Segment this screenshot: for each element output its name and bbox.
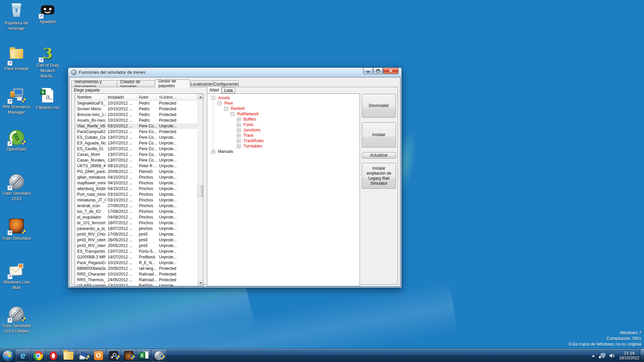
expand-box-icon[interactable]: + bbox=[237, 144, 240, 148]
taskbar-button-internet-explorer[interactable]: e bbox=[16, 350, 30, 362]
desktop-icon-folder[interactable]: Para Instalar bbox=[1, 46, 32, 71]
start-button[interactable] bbox=[2, 349, 14, 362]
tree-item-buffers[interactable]: +Buffers bbox=[237, 117, 257, 122]
table-row[interactable]: BB66000beta3a20/05/2012 ...rail-lang...P… bbox=[75, 266, 197, 272]
list-scrollbar[interactable] bbox=[197, 94, 203, 286]
close-button[interactable] bbox=[383, 68, 398, 74]
package-list[interactable]: NombreInstaladoAutor<Licenc... Segnaleti… bbox=[75, 94, 203, 286]
list-header[interactable]: NombreInstaladoAutor<Licenc... bbox=[75, 94, 197, 101]
desktop-icon-recycle[interactable]: Papelera de reciclaje bbox=[1, 2, 32, 31]
tree-item-fonts[interactable]: +Fonts bbox=[237, 122, 254, 127]
volume-icon[interactable] bbox=[609, 353, 615, 358]
desktop-icon-ts2013u[interactable]: Train Simulator 2013 Utilities bbox=[1, 306, 32, 334]
table-row[interactable]: qilian_miniatura04/10/2012 ...PinchosUnp… bbox=[75, 175, 197, 180]
table-row[interactable]: pml3_RIV_citernes20/05/2012 ...pml3Unpro… bbox=[75, 243, 197, 249]
collapse-box-icon[interactable]: − bbox=[211, 96, 215, 100]
refresh-button[interactable]: Actualizar bbox=[362, 152, 396, 159]
tab-creador-de-paquetes[interactable]: Creador de paquetes bbox=[117, 80, 155, 87]
tree-item-manuals[interactable]: +Manuals bbox=[211, 149, 234, 154]
table-row[interactable]: US KBS contain...13/10/2012 ...RailSim..… bbox=[75, 283, 197, 286]
table-row[interactable]: miniaturas_JT_6703/10/2012 ...PinchosUnp… bbox=[75, 197, 197, 203]
desktop-icon-xpadder[interactable]: Xpadder bbox=[32, 2, 63, 24]
desktop-icon-csv[interactable]: Xa,Faltante.csv bbox=[32, 87, 63, 110]
collapse-box-icon[interactable]: − bbox=[224, 107, 228, 111]
scroll-up-button[interactable] bbox=[198, 94, 203, 100]
table-row[interactable]: Casas_Mont13/07/2012 ...Pere Co...Unprot… bbox=[75, 152, 197, 158]
taskbar-button-excel[interactable]: X bbox=[137, 350, 151, 362]
column-header-autor[interactable]: Autor bbox=[137, 94, 157, 101]
expand-box-icon[interactable]: + bbox=[237, 134, 240, 137]
collapse-box-icon[interactable]: − bbox=[218, 102, 221, 105]
desktop-icon-ts[interactable]: Train Simulator bbox=[1, 218, 32, 241]
table-row[interactable]: ES_Casilla_0113/07/2012 ...Pere Co...Unp… bbox=[75, 146, 197, 152]
tree-item-junctions[interactable]: +Junctions bbox=[237, 127, 261, 133]
uninstall-button[interactable]: Desinstalar bbox=[362, 94, 396, 118]
table-row[interactable]: PG_DMH_pack120/05/2012 ...PierreGUnprote… bbox=[75, 169, 197, 175]
tab-herramientas-y-documentos[interactable]: Herramientas y documentos bbox=[71, 80, 117, 87]
install-button[interactable]: Instalar bbox=[362, 122, 396, 147]
tree-item-railnetwork[interactable]: −RailNetwork bbox=[230, 111, 260, 117]
scroll-down-button[interactable] bbox=[198, 280, 203, 286]
taskbar-button-train-simulator-2013[interactable] bbox=[152, 350, 166, 362]
column-header-nombre[interactable]: Nombre bbox=[75, 94, 106, 101]
table-row[interactable]: paseando_a_la_f...16/07/2012 ...pinchosU… bbox=[75, 226, 197, 232]
table-row[interactable]: altenburg_Klobitz...04/10/2012 ...Pincho… bbox=[75, 186, 197, 192]
show-desktop-button[interactable] bbox=[640, 349, 644, 362]
taskbar-button-windows-explorer[interactable] bbox=[61, 350, 75, 362]
desktop-icon-openrails[interactable]: OpenRails bbox=[1, 129, 32, 152]
tree-item-renfeiii[interactable]: −RenfeIII bbox=[224, 106, 246, 111]
expand-box-icon[interactable]: + bbox=[237, 128, 240, 132]
table-row[interactable]: pml3_RIV_citem...26/05/2012 ...pml3Unpro… bbox=[75, 237, 197, 243]
titlebar[interactable]: Funciones del simulador de trenes bbox=[68, 68, 401, 77]
table-row[interactable]: ES_Aguada_Nor...13/07/2012 ...Pere Co...… bbox=[75, 140, 197, 146]
table-row[interactable]: ES_Cubato_Cas...13/07/2012 ...Pere Co...… bbox=[75, 135, 197, 140]
table-row[interactable]: RRS_Characters...10/10/2012 ...Railroad.… bbox=[75, 272, 197, 277]
taskbar-button-outlook[interactable]: O bbox=[92, 350, 105, 362]
collapse-box-icon[interactable]: − bbox=[230, 112, 234, 116]
taskbar-button-opera[interactable] bbox=[46, 350, 60, 362]
scrollbar-thumb[interactable] bbox=[198, 186, 203, 197]
table-row[interactable]: PackCampsa52A...13/07/2012 ...Pere Co...… bbox=[75, 129, 197, 135]
tab-arbol[interactable]: Árbol bbox=[207, 86, 221, 94]
table-row[interactable]: Port_road_miniat...03/10/2012 ...Pinchos… bbox=[75, 192, 197, 197]
table-row[interactable]: el_esquilador04/08/2012 ...PinchosUnprot… bbox=[75, 215, 197, 220]
tree-item-trackrules[interactable]: +TrackRules bbox=[237, 138, 264, 143]
desktop-icon-cod[interactable]: 3Call of Duty Modern Warfa... bbox=[32, 46, 63, 79]
maximize-button[interactable] bbox=[373, 68, 383, 74]
table-row[interactable]: ES_Transportin_v113/07/2012 ...Portu-S..… bbox=[75, 249, 197, 254]
column-header-licenc[interactable]: <Licenc... bbox=[157, 94, 177, 101]
table-row[interactable]: los_7_de_ICI17/08/2012 ...PinchosUnprote… bbox=[75, 209, 197, 215]
table-row[interactable]: Brescia-Iseo_1.010/10/2012 ...PedroProte… bbox=[75, 112, 197, 118]
taskbar-button-google-chrome[interactable] bbox=[31, 350, 45, 362]
tree-item-turntables[interactable]: +Turntables bbox=[237, 143, 263, 149]
show-hidden-icons-button[interactable] bbox=[591, 354, 595, 357]
taskbar-button-railworks-app[interactable] bbox=[122, 350, 136, 362]
desktop-icon-mail[interactable]: Windows Live Mail bbox=[1, 262, 32, 290]
network-icon[interactable] bbox=[599, 353, 606, 359]
desktop-icon-ts2013[interactable]: Train Simulator 2013 bbox=[1, 174, 32, 201]
desktop-icon-rw[interactable]: RW Scenarios Manager bbox=[1, 87, 32, 115]
taskbar-button-installer-tool[interactable] bbox=[76, 350, 90, 362]
tab-gestor-de-paquetes[interactable]: Gestor de paquetes bbox=[155, 79, 190, 87]
table-row[interactable]: Screen Menù10/10/2012 ...PedroProtected bbox=[75, 106, 197, 112]
tab-lista[interactable]: Lista bbox=[222, 87, 235, 94]
table-row[interactable]: br_101_ferrosim16/07/2012 ...PinchosUnpr… bbox=[75, 220, 197, 226]
table-row[interactable]: UKTS_26958_Ki...09/10/2012 ...Peter R ..… bbox=[75, 163, 197, 169]
table-row[interactable]: Assets_Bs-Iseo_...10/10/2012 ...PedroPro… bbox=[75, 118, 197, 123]
table-row[interactable]: testtrak_icon27/09/2012 ...PinchosUnprot… bbox=[75, 203, 197, 209]
table-row[interactable]: Casas_Rurales_213/07/2012 ...Pere Co...U… bbox=[75, 158, 197, 163]
table-row[interactable]: mayflower_miniat...04/10/2012 ...Pinchos… bbox=[75, 180, 197, 186]
table-row[interactable]: pml3_RIV_Chlore...17/09/2012 ...pml3Unpr… bbox=[75, 232, 197, 237]
tree-item-pere[interactable]: −Pere bbox=[218, 101, 233, 106]
expand-box-icon[interactable]: + bbox=[237, 139, 240, 143]
column-header-instalado[interactable]: Instalado bbox=[106, 94, 137, 101]
install-legacy-button[interactable]: Instalar ampliación de Legacy Rail Simul… bbox=[362, 163, 396, 189]
expand-box-icon[interactable]: + bbox=[211, 150, 215, 154]
table-row[interactable]: RRS_Thermos_...24/05/2012 ...Railroad...… bbox=[75, 277, 197, 283]
taskbar-button-steam[interactable] bbox=[107, 350, 120, 362]
asset-tree[interactable]: −Assets−Pere−RenfeIII−RailNetwork+Buffer… bbox=[207, 94, 360, 286]
tree-item-track[interactable]: +Track bbox=[237, 133, 254, 138]
expand-box-icon[interactable]: + bbox=[237, 118, 240, 121]
table-row[interactable]: Vias_Renfe_V8.0003/10/2012 ...Pere Co...… bbox=[75, 123, 197, 129]
table-row[interactable]: SegnaleticaFS_2.010/10/2012 ...PedroProt… bbox=[75, 101, 197, 106]
